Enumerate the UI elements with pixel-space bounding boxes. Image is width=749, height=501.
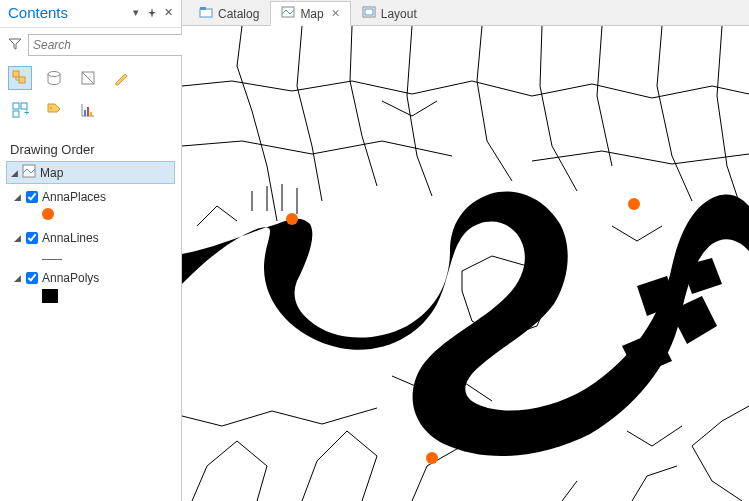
close-tab-icon[interactable]: ✕ [331, 7, 340, 20]
list-by-editing-button[interactable] [110, 66, 134, 90]
layer-label: AnnaLines [42, 231, 99, 245]
svg-rect-3 [19, 77, 25, 83]
layer-label: AnnaPlaces [42, 190, 106, 204]
layer-node: ◢ AnnaLines [6, 229, 175, 269]
svg-point-6 [48, 72, 60, 77]
main-area: Catalog Map ✕ Layout [182, 0, 749, 501]
svg-rect-16 [87, 107, 89, 116]
pin-icon[interactable] [145, 6, 159, 20]
collapse-icon[interactable]: ◢ [14, 192, 22, 202]
search-input[interactable] [33, 38, 184, 52]
point-symbol-icon [42, 208, 54, 220]
tab-label: Catalog [218, 7, 259, 21]
search-row: ▾ [0, 28, 181, 62]
svg-point-26 [426, 452, 438, 464]
map-icon [281, 6, 295, 21]
map-root-node[interactable]: ◢ Map [6, 161, 175, 184]
close-icon[interactable]: ✕ [161, 6, 175, 20]
tab-map[interactable]: Map ✕ [270, 1, 350, 26]
map-icon [22, 164, 36, 181]
map-root-label: Map [40, 166, 63, 180]
svg-rect-8 [13, 103, 19, 109]
polygon-symbol-icon [42, 289, 58, 303]
layer-visibility-checkbox[interactable] [26, 272, 38, 284]
layer-tree: ◢ Map ◢ AnnaPlaces ◢ AnnaLines [0, 161, 181, 312]
list-by-drawing-order-button[interactable] [8, 66, 32, 90]
svg-rect-17 [90, 112, 92, 116]
sidebar-header: Contents ▾ ✕ [0, 0, 181, 28]
panel-title: Contents [8, 4, 68, 21]
search-box[interactable]: ▾ [28, 34, 207, 56]
svg-rect-20 [200, 7, 206, 10]
symbol-row[interactable] [6, 287, 175, 312]
map-view[interactable] [182, 26, 749, 501]
layer-visibility-checkbox[interactable] [26, 232, 38, 244]
layer-node: ◢ AnnaPlaces [6, 188, 175, 229]
panel-controls: ▾ ✕ [129, 6, 175, 20]
contents-panel: Contents ▾ ✕ ▾ [0, 0, 182, 501]
list-by-charts-button[interactable] [76, 98, 100, 122]
dropdown-icon[interactable]: ▾ [129, 6, 143, 20]
river-polygon [182, 192, 749, 456]
symbol-row[interactable] [6, 206, 175, 229]
tabbar: Catalog Map ✕ Layout [182, 0, 749, 26]
layer-visibility-checkbox[interactable] [26, 191, 38, 203]
svg-point-12 [50, 107, 52, 109]
catalog-icon [199, 6, 213, 21]
list-by-labeling-button[interactable] [42, 98, 66, 122]
svg-rect-2 [13, 71, 19, 77]
tab-label: Layout [381, 7, 417, 21]
toolbar: + [0, 62, 181, 138]
list-by-snapping-button[interactable]: + [8, 98, 32, 122]
layer-label: AnnaPolys [42, 271, 99, 285]
svg-text:+: + [24, 107, 29, 118]
layout-icon [362, 6, 376, 21]
layer-row[interactable]: ◢ AnnaPolys [6, 269, 175, 287]
layer-row[interactable]: ◢ AnnaPlaces [6, 188, 175, 206]
map-svg [182, 26, 749, 501]
svg-point-24 [286, 213, 298, 225]
collapse-icon[interactable]: ◢ [11, 168, 18, 178]
line-symbol-icon [42, 259, 62, 260]
collapse-icon[interactable]: ◢ [14, 273, 22, 283]
filter-icon[interactable] [8, 37, 22, 53]
tab-label: Map [300, 7, 323, 21]
section-title: Drawing Order [0, 138, 181, 161]
svg-rect-19 [200, 9, 212, 17]
svg-point-25 [628, 198, 640, 210]
svg-rect-15 [84, 110, 86, 116]
list-by-selection-button[interactable] [76, 66, 100, 90]
list-by-source-button[interactable] [42, 66, 66, 90]
tab-catalog[interactable]: Catalog [188, 1, 270, 25]
layer-row[interactable]: ◢ AnnaLines [6, 229, 175, 247]
collapse-icon[interactable]: ◢ [14, 233, 22, 243]
svg-rect-10 [13, 111, 19, 117]
tab-layout[interactable]: Layout [351, 1, 428, 25]
layer-node: ◢ AnnaPolys [6, 269, 175, 312]
symbol-row[interactable] [6, 247, 175, 269]
